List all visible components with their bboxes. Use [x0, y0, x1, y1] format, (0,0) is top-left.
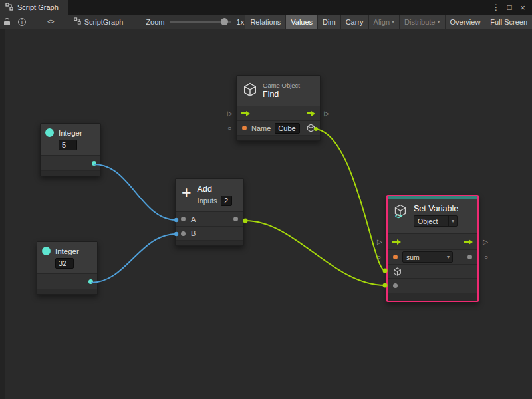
- gameobject-output-port-icon[interactable]: [307, 124, 315, 132]
- node-footer: [176, 240, 243, 245]
- flow-in-arrow-icon[interactable]: [392, 239, 401, 245]
- zoom-slider-knob[interactable]: [221, 18, 228, 25]
- variable-scope-dropdown[interactable]: Object ▾: [414, 215, 458, 227]
- gameobject-input-port-icon[interactable]: [393, 267, 402, 276]
- port-label: Name: [251, 124, 271, 132]
- align-button[interactable]: Align ▾: [368, 15, 399, 29]
- node-footer: [41, 170, 100, 176]
- flow-input-port[interactable]: ▷: [227, 110, 233, 117]
- add-icon: +: [182, 184, 192, 201]
- window-controls: ⋮ □ ×: [489, 0, 532, 15]
- node-set-variable[interactable]: <> Set Variable Object ▾ ▷ ▷ ○: [386, 195, 479, 302]
- node-footer: [237, 135, 320, 140]
- input-a-label: A: [191, 215, 196, 223]
- value-output-port[interactable]: ○: [484, 254, 488, 261]
- value-input-port-dot[interactable]: [393, 283, 398, 288]
- tab-title: Script Graph: [17, 3, 59, 11]
- output-port-dot[interactable]: [233, 217, 238, 221]
- scope-value: Object: [414, 217, 441, 225]
- node-title: Find: [263, 90, 300, 99]
- canvas-left-edge: [0, 29, 5, 399]
- window-close-icon[interactable]: ×: [516, 0, 529, 15]
- flow-port-row: ▷ ▷: [237, 106, 320, 120]
- integer-type-icon: [45, 128, 54, 137]
- fullscreen-button[interactable]: Full Screen: [485, 15, 532, 29]
- name-port-row: ○ Name Cube: [237, 120, 320, 135]
- input-a-port-dot[interactable]: [181, 217, 186, 221]
- zoom-value: 1x: [237, 18, 245, 26]
- info-icon[interactable]: i: [14, 15, 30, 29]
- node-footer: [37, 289, 97, 294]
- flow-out-arrow-icon[interactable]: [464, 239, 473, 245]
- zoom-slider[interactable]: [170, 21, 231, 23]
- input-b-port-dot[interactable]: [181, 231, 186, 236]
- wire-integer5-to-add-a[interactable]: [94, 164, 176, 220]
- chevron-down-icon: ▾: [452, 218, 454, 224]
- node-add[interactable]: + Add Inputs 2 A B: [175, 178, 244, 246]
- flow-out-arrow-icon[interactable]: [307, 111, 315, 116]
- variable-name-dropdown[interactable]: sum ▾: [402, 251, 453, 263]
- node-header: Integer 32: [37, 242, 97, 273]
- inputs-count-field[interactable]: 2: [221, 196, 232, 206]
- wire-find-to-setvariable-object[interactable]: [316, 129, 385, 271]
- string-port-dot[interactable]: [242, 126, 247, 130]
- variable-name-value: sum: [403, 253, 423, 261]
- output-port-dot[interactable]: [467, 255, 472, 259]
- node-integer-2[interactable]: Integer 32: [37, 241, 98, 295]
- input-b-row: B: [176, 226, 243, 240]
- port-row: [37, 273, 97, 289]
- flow-in-arrow-icon[interactable]: [241, 111, 250, 116]
- value-input-port[interactable]: ○: [227, 125, 231, 132]
- node-title: Set Variable: [414, 204, 458, 213]
- node-header: Integer 5: [41, 124, 100, 155]
- node-gameobject-find[interactable]: Game Object Find ▷ ▷ ○ Name Cube: [236, 75, 321, 141]
- flow-port-row: ▷ ▷: [388, 233, 477, 249]
- value-input-port[interactable]: ○: [377, 254, 381, 261]
- breadcrumb[interactable]: ScriptGraph: [74, 17, 124, 26]
- name-value-field[interactable]: Cube: [275, 123, 300, 134]
- overview-button[interactable]: Overview: [445, 15, 485, 29]
- dim-button[interactable]: Dim: [317, 15, 340, 29]
- gameobject-port-row: [388, 264, 477, 278]
- variable-name-row: ○ sum ▾ ○: [388, 249, 477, 264]
- flow-output-port[interactable]: ▷: [483, 239, 488, 245]
- output-port-dot[interactable]: [92, 161, 96, 166]
- titlebar: Script Graph ⋮ □ ×: [0, 0, 532, 15]
- gameobject-cube-icon: [243, 82, 257, 98]
- relations-button[interactable]: Relations: [245, 15, 285, 29]
- string-port-dot[interactable]: [393, 255, 398, 259]
- carry-button[interactable]: Carry: [340, 15, 368, 29]
- distribute-button[interactable]: Distribute ▾: [399, 15, 444, 29]
- graph-icon: [5, 3, 13, 12]
- integer-value-field[interactable]: 5: [59, 140, 77, 150]
- node-title: Integer: [59, 129, 82, 137]
- node-integer-1[interactable]: Integer 5: [40, 123, 101, 176]
- window-menu-icon[interactable]: ⋮: [489, 0, 503, 15]
- node-header: Game Object Find: [237, 76, 320, 106]
- edit-code-icon[interactable]: <>: [47, 18, 54, 25]
- node-header: <> Set Variable Object ▾: [388, 200, 477, 233]
- breadcrumb-graph-name: ScriptGraph: [84, 18, 124, 26]
- chevron-down-icon: ▾: [438, 19, 440, 25]
- node-title: Integer: [55, 247, 79, 255]
- port-row: [41, 155, 100, 170]
- input-a-row: A: [176, 211, 243, 226]
- node-header: + Add Inputs 2: [176, 179, 243, 211]
- tab-script-graph[interactable]: Script Graph: [0, 0, 68, 15]
- values-button[interactable]: Values: [285, 15, 317, 29]
- graph-toolbar: i <> ScriptGraph Zoom 1x Relations Value…: [0, 15, 532, 29]
- zoom-label: Zoom: [146, 18, 164, 26]
- output-port-dot[interactable]: [88, 279, 93, 284]
- script-graph-window: Script Graph ⋮ □ × i <> ScriptGraph: [0, 0, 532, 399]
- lock-icon[interactable]: [0, 15, 14, 29]
- wire-add-to-setvariable-value[interactable]: [245, 221, 385, 285]
- inputs-label: Inputs: [198, 197, 217, 205]
- integer-value-field[interactable]: 32: [55, 258, 74, 269]
- graph-canvas[interactable]: Integer 5 Integer 32: [0, 29, 532, 399]
- flow-output-port[interactable]: ▷: [324, 110, 329, 117]
- wire-integer32-to-add-b[interactable]: [91, 234, 176, 283]
- variable-cube-icon: <>: [394, 204, 408, 219]
- script-graph-icon: [74, 17, 81, 26]
- window-maximize-icon[interactable]: □: [503, 0, 516, 15]
- flow-input-port[interactable]: ▷: [377, 239, 382, 245]
